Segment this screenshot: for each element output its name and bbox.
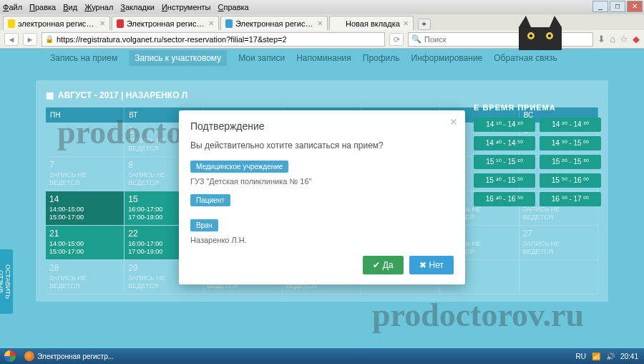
- calendar-cell-7: 7 ЗАПИСЬ НЕ ВЕДЕТСЯ: [46, 157, 125, 191]
- start-button[interactable]: [0, 348, 20, 364]
- modal-close-button[interactable]: ✕: [449, 116, 458, 128]
- favicon: [334, 19, 343, 28]
- svg-point-3: [548, 34, 551, 37]
- svg-point-2: [530, 34, 532, 37]
- browser-tab-2[interactable]: Электронная регистратура... ✕: [220, 16, 328, 30]
- window-maximize-button[interactable]: □: [610, 1, 625, 12]
- window-close-button[interactable]: ✕: [627, 1, 643, 12]
- cell-line: ВЕДЕТСЯ: [523, 214, 594, 221]
- forward-button[interactable]: ►: [23, 33, 37, 46]
- browser-tabstrip: электронная регистратура ... ✕ Электронн…: [0, 14, 644, 30]
- calendar-cell-empty: [46, 123, 125, 157]
- menu-Вид[interactable]: Вид: [63, 3, 77, 11]
- search-icon: 🔍: [411, 34, 421, 44]
- tab-close-icon[interactable]: ✕: [99, 19, 105, 27]
- browser-tab-1[interactable]: Электронная регистратура... ✕: [112, 16, 219, 30]
- browser-tab-3[interactable]: Новая вкладка ✕: [329, 16, 414, 30]
- cell-line: ЗАПИСЬ НЕ: [523, 240, 594, 248]
- calendar-cell-21[interactable]: 21 14:00-15:00 15:00-17:00: [46, 226, 125, 260]
- nav-6[interactable]: Обратная связь: [494, 53, 557, 63]
- feedback-tab[interactable]: ОСТАВИТЬ ОТЗЫВ: [0, 249, 13, 314]
- reload-button[interactable]: ⟳: [389, 33, 404, 46]
- site-nav: Запись на приемЗапись к участковомуМои з…: [0, 49, 644, 67]
- home-icon[interactable]: ⌂: [610, 34, 615, 44]
- cat-decoration: [515, 14, 565, 50]
- menu-Закладки[interactable]: Закладки: [120, 3, 155, 11]
- nav-2[interactable]: Мои записи: [238, 53, 285, 63]
- tab-close-icon[interactable]: ✕: [403, 19, 409, 27]
- tab-close-icon[interactable]: ✕: [208, 19, 214, 27]
- time-slot-2[interactable]: 14 ⁴⁰ - 14 ⁵⁰: [474, 136, 535, 150]
- pocket-icon[interactable]: ◆: [633, 34, 640, 44]
- window-menu: ФайлПравкаВидЖурналЗакладкиИнструментыСп…: [3, 3, 256, 11]
- back-button[interactable]: ◄: [4, 33, 19, 46]
- panel-title: АВГУСТ - 2017 | НАЗАРЕНКО Л: [46, 90, 598, 100]
- cell-line: ВЕДЕТСЯ: [49, 282, 120, 290]
- menu-Файл[interactable]: Файл: [3, 3, 22, 11]
- day-number: 21: [49, 229, 120, 239]
- cell-line: ВЕДЕТСЯ: [49, 179, 120, 187]
- label-doctor: Врач: [190, 219, 218, 231]
- window-minimize-button[interactable]: _: [592, 1, 608, 12]
- lock-icon: 🔒: [45, 35, 54, 43]
- time-slot-0[interactable]: 14 ¹⁰ - 14 ²⁰: [474, 118, 535, 132]
- menu-Журнал[interactable]: Журнал: [84, 3, 113, 11]
- day-number: 27: [523, 229, 594, 239]
- tray-lang[interactable]: RU: [576, 353, 586, 360]
- cell-line: ЗАПИСЬ НЕ: [49, 274, 120, 282]
- cell-line: 14:00-15:00: [49, 240, 120, 248]
- taskbar-item-label: Электронная регистр...: [37, 353, 114, 360]
- calendar-cell-14[interactable]: 14 14:00-15:00 15:00-17:00: [46, 191, 125, 226]
- favicon: [225, 19, 233, 28]
- tray-network-icon[interactable]: 📶: [592, 353, 600, 360]
- address-bar[interactable]: 🔒: [42, 32, 385, 47]
- nav-1[interactable]: Запись к участковому: [129, 50, 227, 66]
- nav-5[interactable]: Информирование: [411, 53, 483, 63]
- calendar-cell-27: 27 ЗАПИСЬ НЕ ВЕДЕТСЯ: [519, 226, 598, 260]
- nav-0[interactable]: Запись на прием: [50, 53, 117, 63]
- tray-clock[interactable]: 20:41: [620, 353, 638, 360]
- tab-label: Новая вкладка: [346, 19, 400, 28]
- tab-label: электронная регистратура ...: [18, 19, 97, 28]
- calendar-cell-28: 28 ЗАПИСЬ НЕ ВЕДЕТСЯ: [46, 260, 125, 294]
- time-slot-9[interactable]: 16 ⁵⁰ - 17 ⁰⁰: [540, 192, 601, 206]
- menu-Справка[interactable]: Справка: [218, 3, 249, 11]
- day-number: 14: [49, 194, 120, 204]
- time-slot-8[interactable]: 16 ⁴⁰ - 16 ⁵⁰: [474, 192, 535, 206]
- browser-tab-0[interactable]: электронная регистратура ... ✕: [3, 16, 110, 30]
- menu-Инструменты[interactable]: Инструменты: [162, 3, 211, 11]
- time-slot-6[interactable]: 15 ⁴⁰ - 15 ⁵⁰: [474, 173, 535, 188]
- tab-label: Электронная регистратура...: [127, 19, 205, 28]
- url-input[interactable]: [57, 35, 381, 44]
- download-icon[interactable]: ⬇: [597, 34, 605, 44]
- time-slot-3[interactable]: 14 ⁵⁰ - 15 ⁰⁰: [540, 136, 601, 150]
- time-column: Е ВРЕМЯ ПРИЕМА 14 ¹⁰ - 14 ²⁰14 ²⁰ - 14 ³…: [474, 103, 610, 206]
- time-slot-1[interactable]: 14 ²⁰ - 14 ³⁰: [540, 118, 601, 132]
- time-slot-5[interactable]: 15 ²⁰ - 15 ³⁰: [540, 155, 601, 169]
- search-bar[interactable]: 🔍: [408, 32, 593, 47]
- time-slot-7[interactable]: 15 ⁵⁰ - 16 ⁰⁰: [540, 173, 601, 188]
- os-taskbar: Электронная регистр... RU 📶 🔊 20:41: [0, 348, 644, 364]
- tab-close-icon[interactable]: ✕: [317, 19, 323, 27]
- taskbar-item-firefox[interactable]: Электронная регистр...: [20, 351, 118, 361]
- calendar-icon: [46, 90, 54, 100]
- nav-3[interactable]: Напоминания: [296, 53, 351, 63]
- x-icon: ✖: [419, 260, 426, 270]
- time-slot-4[interactable]: 15 ¹⁰ - 15 ²⁰: [474, 155, 535, 169]
- modal-question: Вы действительно хотите записаться на пр…: [190, 140, 454, 150]
- confirm-no-button[interactable]: ✖Нет: [409, 256, 454, 274]
- day-number: 7: [49, 160, 120, 170]
- firefox-icon: [24, 351, 34, 361]
- tray-volume-icon[interactable]: 🔊: [606, 353, 615, 360]
- confirm-yes-button[interactable]: ✔Да: [363, 256, 404, 274]
- bookmark-icon[interactable]: ☆: [620, 34, 628, 44]
- menu-Правка[interactable]: Правка: [29, 3, 56, 11]
- nav-4[interactable]: Профиль: [363, 53, 400, 63]
- day-number: 28: [49, 263, 120, 273]
- cell-line: 15:00-17:00: [49, 214, 120, 221]
- cell-line: ВЕДЕТСЯ: [523, 248, 594, 256]
- windows-icon: [4, 350, 16, 362]
- tab-label: Электронная регистратура...: [235, 19, 314, 28]
- cell-line: 15:00-17:00: [49, 248, 120, 256]
- new-tab-button[interactable]: +: [418, 19, 431, 30]
